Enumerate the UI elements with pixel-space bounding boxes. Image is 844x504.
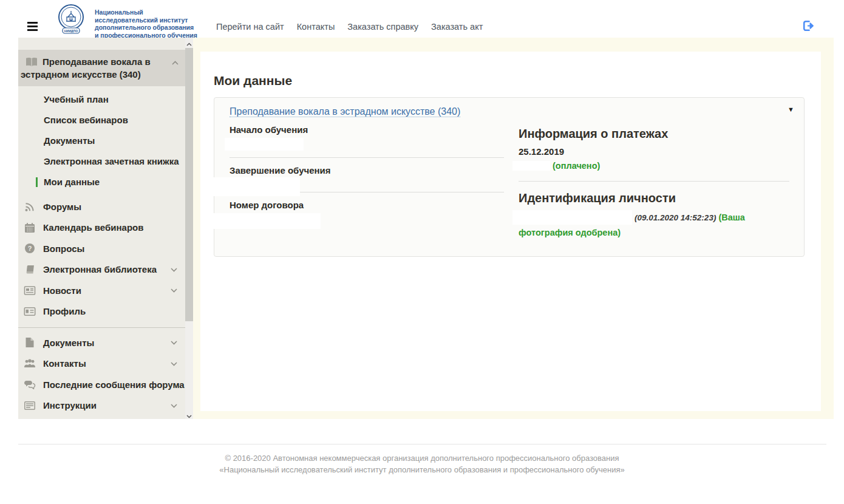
chevron-down-icon	[171, 404, 177, 408]
question-icon: ?	[24, 243, 36, 254]
sidebar-divider	[18, 327, 185, 328]
logo-text: НИИДПО	[64, 29, 78, 33]
nav-label: Последние сообщения форума	[43, 380, 185, 390]
svg-text:?: ?	[28, 245, 32, 252]
field-label-start-date: Начало обучения	[230, 124, 519, 135]
chevron-up-icon	[172, 61, 179, 65]
sidebar-item-study-plan[interactable]: Учебный план	[18, 89, 185, 110]
sidebar-scrollbar[interactable]	[185, 38, 193, 419]
identity-heading: Идентификация личности	[519, 191, 789, 205]
subnav-label: Электронная зачетная книжка	[44, 156, 179, 166]
card-body: Начало обучения Завершение обучения Номе…	[214, 118, 804, 256]
sidebar-item-webinar-calendar[interactable]: Календарь вебинаров	[18, 217, 185, 239]
nav-label: Вопросы	[43, 243, 84, 254]
field-value-contract-number	[214, 213, 321, 229]
sidebar-item-course-documents[interactable]: Документы	[18, 131, 185, 151]
people-icon	[24, 359, 36, 368]
subnav-label: Учебный план	[44, 94, 109, 104]
field-value-start-date	[225, 138, 304, 151]
section-divider	[519, 181, 789, 182]
logout-button[interactable]	[802, 20, 815, 33]
nav-label: Форумы	[43, 202, 81, 212]
sidebar-item-course[interactable]: Преподавание вокала в эстрадном искусств…	[18, 50, 185, 86]
nav-link-site[interactable]: Перейти на сайт	[216, 22, 284, 32]
sidebar-item-instructions[interactable]: Инструкции	[18, 395, 185, 417]
nav-label: Новости	[43, 285, 81, 296]
scrollbar-thumb[interactable]	[185, 48, 193, 321]
subnav-label: Документы	[44, 135, 95, 146]
emblem-icon: Ψ НИИДПО	[52, 3, 90, 36]
my-data-card: Преподавание вокала в эстрадном искусств…	[214, 97, 805, 257]
sidebar-item-questions[interactable]: ? Вопросы	[18, 238, 185, 259]
nav-label: Инструкции	[43, 400, 97, 410]
footer-divider	[18, 444, 826, 444]
sidebar-nav-secondary: Документы Контакты Последние сообщения ф…	[18, 332, 185, 416]
menu-icon[interactable]	[27, 22, 38, 31]
footer-line1: © 2016-2020 Автономная некоммерческая ор…	[0, 452, 844, 464]
nav-link-order-certificate[interactable]: Заказать справку	[347, 22, 418, 32]
sidebar-item-contacts[interactable]: Контакты	[18, 353, 185, 375]
chevron-down-icon	[171, 362, 177, 366]
chevron-down-icon	[171, 341, 177, 345]
logout-icon	[802, 20, 815, 32]
nav-label: Документы	[43, 338, 94, 348]
list-card-icon	[24, 401, 36, 410]
sidebar-item-webinar-list[interactable]: Список вебинаров	[18, 110, 185, 131]
study-fields-column: Начало обучения Завершение обучения Номе…	[230, 122, 519, 240]
subnav-label: Мои данные	[44, 177, 100, 187]
id-card-icon	[24, 307, 36, 316]
sidebar-item-gradebook[interactable]: Электронная зачетная книжка	[18, 151, 185, 172]
svg-text:Ψ: Ψ	[69, 17, 73, 22]
top-header: Ψ НИИДПО Национальный исследовательский …	[0, 0, 844, 38]
collapse-caret-icon[interactable]: ▼	[788, 106, 794, 113]
open-book-icon	[26, 57, 38, 67]
forum-icon	[24, 201, 36, 213]
nav-link-order-act[interactable]: Заказать акт	[431, 22, 483, 32]
institute-logo: Ψ НИИДПО	[52, 3, 90, 38]
nav-label: Электронная библиотека	[43, 264, 157, 274]
course-link[interactable]: Преподавание вокала в эстрадном искусств…	[230, 106, 460, 117]
document-icon	[24, 337, 36, 348]
payments-heading: Информация о платежах	[519, 127, 789, 141]
identity-timestamp: (09.01.2020 14:52:23)	[635, 213, 716, 222]
footer: © 2016-2020 Автономная некоммерческая ор…	[0, 452, 844, 475]
active-item-marker	[36, 177, 38, 187]
payment-row: (оплачено)	[519, 161, 789, 171]
content-area: Мои данные Преподавание вокала в эстрадн…	[193, 38, 834, 419]
org-name-line1: Национальный исследовательский институт	[95, 9, 198, 24]
page-title: Мои данные	[214, 73, 821, 88]
sidebar-item-profile[interactable]: Профиль	[18, 301, 185, 322]
top-nav: Перейти на сайт Контакты Заказать справк…	[216, 22, 493, 32]
payments-identity-column: Информация о платежах 25.12.2019 (оплаче…	[519, 122, 789, 240]
field-label-contract-number: Номер договора	[230, 200, 519, 210]
sidebar-item-elibrary[interactable]: Электронная библиотека	[18, 259, 185, 281]
field-value-end-date	[209, 177, 300, 196]
sidebar-nav: Форумы Календарь вебинаров ? Вопросы	[18, 196, 185, 322]
sidebar-item-documents[interactable]: Документы	[18, 332, 185, 353]
org-name: Национальный исследовательский институт …	[95, 9, 198, 39]
sidebar-item-my-data[interactable]: Мои данные	[18, 172, 185, 192]
payment-status-badge: (оплачено)	[553, 161, 600, 171]
scroll-down-icon[interactable]	[185, 410, 193, 419]
card-header: Преподавание вокала в эстрадном искусств…	[214, 98, 804, 118]
payment-amount	[512, 161, 550, 171]
nav-label: Контакты	[43, 358, 86, 369]
calendar-icon	[24, 222, 36, 233]
field-divider	[230, 157, 504, 158]
payment-date: 25.12.2019	[519, 146, 789, 157]
sidebar: Преподавание вокала в эстрадном искусств…	[18, 38, 185, 419]
sidebar-item-latest-forum-posts[interactable]: Последние сообщения форума	[18, 374, 185, 395]
chat-bubbles-icon	[24, 380, 36, 389]
sidebar-item-news[interactable]: Новости	[18, 280, 185, 301]
subnav-label: Список вебинаров	[44, 115, 128, 125]
content-panel: Мои данные Преподавание вокала в эстрадн…	[200, 52, 821, 411]
library-book-icon	[24, 265, 36, 274]
news-icon	[24, 286, 36, 295]
nav-link-contacts[interactable]: Контакты	[297, 22, 335, 32]
nav-label: Профиль	[43, 306, 86, 316]
chevron-down-icon	[171, 288, 177, 293]
course-label: Преподавание вокала в эстрадном искусств…	[21, 56, 151, 80]
chevron-down-icon	[171, 268, 177, 272]
sidebar-item-forums[interactable]: Форумы	[18, 196, 185, 217]
scroll-up-icon[interactable]	[185, 38, 193, 47]
